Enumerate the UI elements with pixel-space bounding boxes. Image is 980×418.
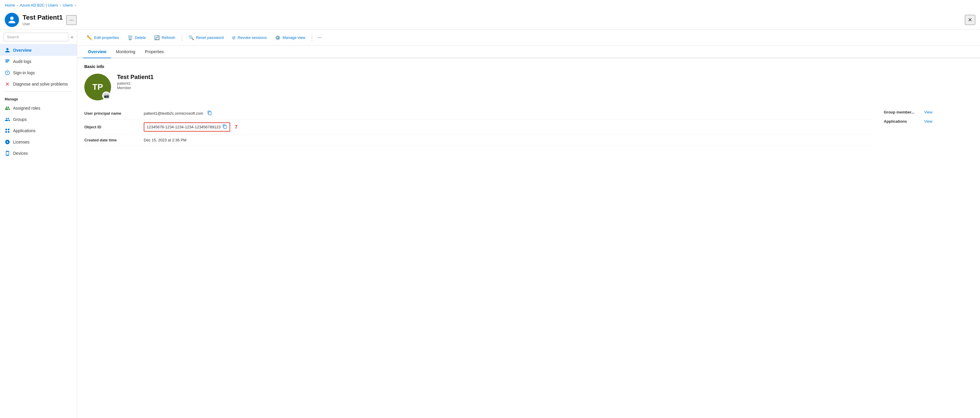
reset-password-button[interactable]: 🔍 Reset password <box>185 33 227 42</box>
user-handle: patient1 <box>117 81 154 86</box>
upn-label: User principal name <box>84 111 144 116</box>
breadcrumb-home[interactable]: Home <box>5 3 15 8</box>
created-date-label: Created date time <box>84 138 144 142</box>
page-subtitle: User <box>22 22 63 26</box>
audit-logs-icon <box>5 59 10 64</box>
sidebar-item-licenses[interactable]: Licenses <box>0 136 77 148</box>
sidebar-item-diagnose[interactable]: Diagnose and solve problems <box>0 78 77 90</box>
applications-view-link[interactable]: View <box>924 119 932 124</box>
delete-button[interactable]: 🗑️ Delete <box>124 33 150 42</box>
content-area: ✏️ Edit properties 🗑️ Delete 🔄 Refresh 🔍… <box>77 30 980 418</box>
sidebar-item-assigned-roles[interactable]: Assigned roles <box>0 102 77 114</box>
toolbar-divider-1 <box>182 34 182 41</box>
sidebar-item-diagnose-label: Diagnose and solve problems <box>13 82 68 86</box>
sidebar-item-signin-logs[interactable]: Sign-in logs <box>0 67 77 78</box>
reset-password-icon: 🔍 <box>189 35 194 40</box>
object-id-value-container: 12345678-1234-1234-1234-123456789123 7 <box>144 123 237 132</box>
change-photo-button[interactable]: 📷 <box>102 91 110 100</box>
sidebar-item-audit-logs[interactable]: Audit logs <box>0 56 77 67</box>
avatar-initials: TP <box>92 82 103 92</box>
svg-rect-3 <box>5 129 7 130</box>
main-layout: « Overview Audit logs Sign-in logs <box>0 30 980 418</box>
sidebar-item-groups[interactable]: Groups <box>0 114 77 125</box>
svg-rect-6 <box>8 131 10 133</box>
revoke-sessions-icon: ⊘ <box>232 35 236 40</box>
sidebar-item-overview[interactable]: Overview <box>0 45 77 56</box>
tab-monitoring[interactable]: Monitoring <box>111 46 140 58</box>
devices-icon <box>5 151 10 156</box>
reset-password-label: Reset password <box>196 35 224 40</box>
copy-upn-button[interactable] <box>207 110 212 116</box>
refresh-icon: 🔄 <box>154 35 160 40</box>
revoke-sessions-label: Revoke sessions <box>237 35 267 40</box>
licenses-icon <box>5 139 10 145</box>
right-panel: Group member... View Applications View <box>884 107 973 145</box>
highlight-number: 7 <box>235 124 237 130</box>
breadcrumb-azure[interactable]: Azure AD B2C | Users <box>20 3 58 8</box>
sidebar-section-divider <box>5 91 72 92</box>
edit-properties-button[interactable]: ✏️ Edit properties <box>83 33 123 42</box>
close-button[interactable]: ✕ <box>965 15 975 25</box>
tab-overview[interactable]: Overview <box>83 46 111 58</box>
svg-rect-0 <box>5 59 10 60</box>
manage-section-label: Manage <box>0 94 77 102</box>
created-date-row: Created date time Dec 15, 2023 at 2:36 P… <box>84 135 872 145</box>
group-member-view-link[interactable]: View <box>924 110 932 114</box>
applications-icon <box>5 128 10 133</box>
breadcrumb: Home › Azure AD B2C | Users › Users › <box>0 0 980 10</box>
edit-icon: ✏️ <box>87 35 92 40</box>
refresh-button[interactable]: 🔄 Refresh <box>151 33 179 42</box>
content-body: Basic info TP 📷 Test Patient1 patient1 M… <box>77 58 980 418</box>
toolbar-more-button[interactable]: ··· <box>315 33 324 43</box>
group-member-label: Group member... <box>884 110 920 114</box>
sidebar-item-overview-label: Overview <box>13 48 32 53</box>
delete-label: Delete <box>135 35 146 40</box>
svg-rect-5 <box>5 131 7 133</box>
sidebar-item-devices-label: Devices <box>13 151 28 156</box>
created-date-value: Dec 15, 2023 at 2:36 PM <box>144 138 186 142</box>
camera-icon: 📷 <box>104 93 109 98</box>
edit-properties-label: Edit properties <box>94 35 119 40</box>
sidebar-item-groups-label: Groups <box>13 117 27 122</box>
upn-value-container: patient1@testb2c.onmicrosoft.com <box>144 110 212 116</box>
upn-value: patient1@testb2c.onmicrosoft.com <box>144 111 203 116</box>
delete-icon: 🗑️ <box>127 35 133 40</box>
applications-right-row: Applications View <box>884 119 973 124</box>
revoke-sessions-button[interactable]: ⊘ Revoke sessions <box>228 33 270 42</box>
user-info-block: Test Patient1 patient1 Member <box>117 74 154 90</box>
copy-object-id-button[interactable] <box>223 124 227 130</box>
svg-rect-4 <box>8 129 10 130</box>
sidebar-item-assigned-roles-label: Assigned roles <box>13 106 40 110</box>
user-silhouette-icon <box>8 16 16 24</box>
header-more-button[interactable]: ··· <box>66 15 76 25</box>
svg-rect-2 <box>5 62 8 62</box>
breadcrumb-sep-2: › <box>60 3 61 8</box>
manage-view-button[interactable]: ⚙️ Manage view <box>271 33 309 42</box>
tab-properties[interactable]: Properties <box>140 46 169 58</box>
breadcrumb-users[interactable]: Users <box>63 3 73 8</box>
sidebar-item-licenses-label: Licenses <box>13 140 29 144</box>
object-id-label: Object ID <box>84 125 144 129</box>
collapse-button[interactable]: « <box>71 35 73 40</box>
signin-logs-icon <box>5 70 10 75</box>
user-role: Member <box>117 86 154 90</box>
created-date-value-container: Dec 15, 2023 at 2:36 PM <box>144 138 186 142</box>
object-id-box: 12345678-1234-1234-1234-123456789123 <box>144 123 230 132</box>
object-id-row: Object ID 12345678-1234-1234-1234-123456… <box>84 120 872 135</box>
sidebar-item-signin-logs-label: Sign-in logs <box>13 70 35 75</box>
breadcrumb-sep-3: › <box>75 3 76 8</box>
user-card: TP 📷 Test Patient1 patient1 Member <box>84 74 973 101</box>
refresh-label: Refresh <box>162 35 175 40</box>
header-avatar <box>5 13 19 27</box>
page-header: Test Patient1 User ··· ✕ <box>0 10 980 30</box>
sidebar-item-devices[interactable]: Devices <box>0 148 77 159</box>
search-input[interactable] <box>3 33 68 41</box>
sidebar-item-audit-logs-label: Audit logs <box>13 59 31 64</box>
groups-icon <box>5 117 10 122</box>
user-avatar: TP 📷 <box>84 74 111 101</box>
svg-rect-1 <box>5 61 10 61</box>
sidebar-item-applications[interactable]: Applications <box>0 125 77 136</box>
info-section: User principal name patient1@testb2c.onm… <box>84 107 973 145</box>
basic-info-title: Basic info <box>84 64 973 69</box>
manage-view-icon: ⚙️ <box>275 35 281 40</box>
